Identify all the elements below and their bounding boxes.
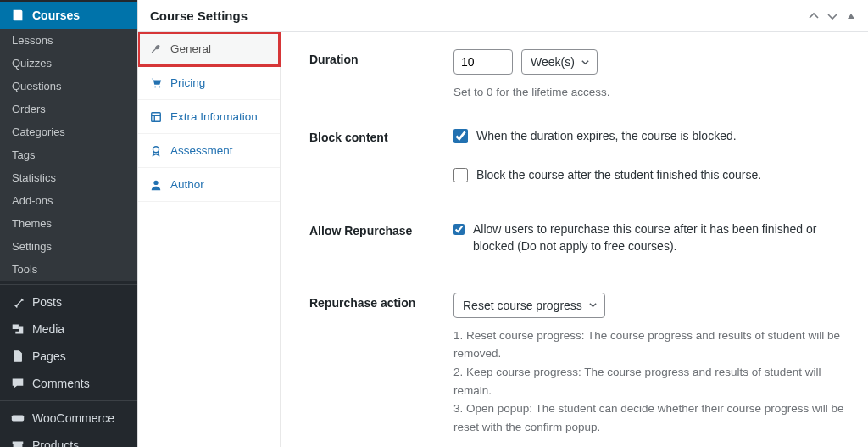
sidebar-item-settings[interactable]: Settings [0,235,137,258]
wrench-icon [150,43,162,55]
archive-icon [10,438,25,447]
repurchase-action-select[interactable]: Reset course progress [453,293,605,318]
field-allow-repurchase: Allow Repurchase Allow users to repurcha… [309,221,849,267]
settings-content: Duration Week(s) Set to 0 for the lifeti… [281,32,868,447]
layout-icon [150,111,162,123]
sidebar-item-posts[interactable]: Posts [0,288,137,316]
sidebar-separator [0,284,137,285]
checkbox-label: When the duration expires, the course is… [476,127,737,144]
field-label: Block content [309,127,453,196]
settings-tabs: General Pricing Extra Information Assess… [138,32,281,447]
sidebar-item-label: Courses [32,8,80,22]
user-icon [150,179,162,191]
sidebar-item-lessons[interactable]: Lessons [0,29,137,52]
checkbox-label: Allow users to repurchase this course af… [473,221,849,255]
chevron-down-icon [581,58,590,67]
field-label: Repurchase action [309,293,453,437]
allow-repurchase-checkbox[interactable] [453,222,465,237]
field-hint: Set to 0 for the lifetime access. [453,83,849,102]
sidebar-item-courses[interactable]: Courses [0,2,137,29]
sidebar-separator [0,400,137,401]
tab-extra-information[interactable]: Extra Information [138,100,280,134]
duration-input[interactable] [453,49,513,75]
panel-header-controls [809,11,856,21]
sidebar-item-questions[interactable]: Questions [0,75,137,98]
panel-body: General Pricing Extra Information Assess… [138,32,868,447]
book-icon [10,8,25,23]
woo-icon [10,411,25,426]
tab-general[interactable]: General [138,32,280,66]
sidebar-item-quizzes[interactable]: Quizzes [0,52,137,75]
svg-point-2 [153,146,159,152]
panel-header: Course Settings [138,0,868,32]
sidebar-item-tools[interactable]: Tools [0,258,137,281]
badge-icon [150,145,162,157]
sidebar-item-pages[interactable]: Pages [0,343,137,370]
sidebar-submenu: Lessons Quizzes Questions Orders Categor… [0,29,137,281]
duration-unit-select[interactable]: Week(s) [521,49,598,75]
collapse-toggle[interactable] [846,11,856,21]
media-icon [10,321,25,337]
course-settings-panel: Course Settings General Pricing Extra In… [137,0,868,447]
field-label: Allow Repurchase [309,221,453,267]
sidebar-item-comments[interactable]: Comments [0,370,137,397]
svg-rect-0 [12,415,24,421]
panel-title: Course Settings [150,8,248,23]
field-label: Duration [309,49,453,102]
field-block-content: Block content When the duration expires,… [309,127,849,196]
sidebar-item-products[interactable]: Products [0,432,137,447]
block-when-expires-checkbox[interactable] [453,129,468,143]
field-repurchase-action: Repurchase action Reset course progress … [309,293,849,437]
sidebar-item-categories[interactable]: Categories [0,120,137,143]
cart-icon [150,77,162,89]
tab-author[interactable]: Author [138,168,280,202]
sidebar-item-media[interactable]: Media [0,316,137,343]
field-hint: 1. Reset course progress: The course pro… [453,327,849,437]
pin-icon [10,294,25,310]
comment-icon [10,376,25,391]
field-duration: Duration Week(s) Set to 0 for the lifeti… [309,49,849,102]
chevron-down-icon [588,300,598,310]
svg-rect-1 [152,112,161,121]
move-down-button[interactable] [827,11,837,21]
checkbox-label: Block the course after the student finis… [476,166,761,183]
sidebar-item-themes[interactable]: Themes [0,212,137,235]
tab-pricing[interactable]: Pricing [138,66,280,100]
sidebar-item-addons[interactable]: Add-ons [0,189,137,212]
block-after-finish-checkbox[interactable] [453,168,468,182]
move-up-button[interactable] [809,11,819,21]
sidebar-item-woocommerce[interactable]: WooCommerce [0,405,137,432]
sidebar-item-orders[interactable]: Orders [0,98,137,120]
svg-point-3 [153,180,158,184]
tab-assessment[interactable]: Assessment [138,134,280,168]
sidebar-item-tags[interactable]: Tags [0,143,137,166]
page-icon [10,349,25,364]
wp-admin-sidebar: Courses Lessons Quizzes Questions Orders… [0,0,137,447]
sidebar-item-statistics[interactable]: Statistics [0,166,137,189]
